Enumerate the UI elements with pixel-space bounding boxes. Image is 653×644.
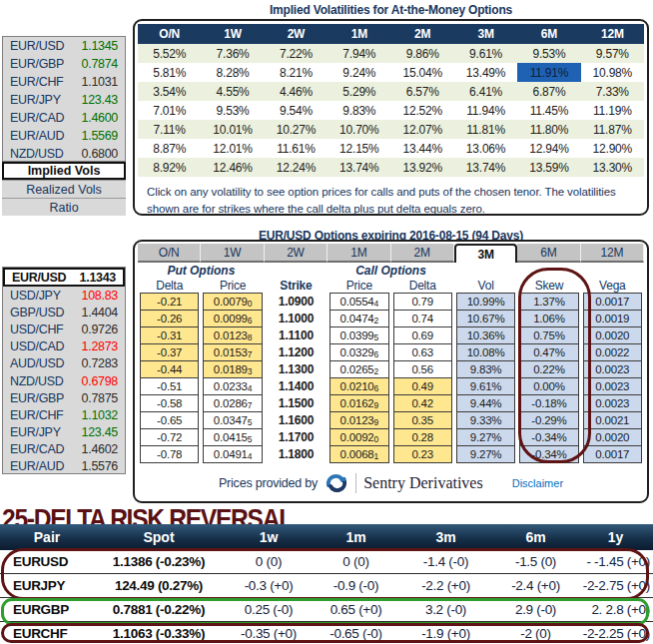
atm-vol-row-eur-usd: 5.52%7.36%7.22%7.94%9.86%9.61%9.53%9.57%: [138, 44, 644, 63]
sidebar-pair-eur-gbp[interactable]: EUR/GBP0.7874: [3, 55, 125, 73]
sidebar-pair-eur-usd[interactable]: EUR/USD1.1345: [3, 37, 125, 55]
option-row-strike-1-1700: -0.720.041551.17000.009200.289.27%-0.34%…: [135, 428, 647, 446]
atm-vol-cell[interactable]: 13.30%: [581, 158, 644, 177]
atm-vol-cell[interactable]: 11.80%: [517, 120, 580, 139]
atm-vol-cell[interactable]: 9.53%: [201, 101, 264, 120]
atm-vol-cell[interactable]: 4.46%: [265, 82, 327, 101]
atm-vol-cell[interactable]: 11.61%: [265, 139, 327, 158]
tenor-tab-12m[interactable]: 12M: [581, 244, 644, 263]
chain-pair-eur-aud[interactable]: EUR/AUD1.5576: [3, 458, 125, 475]
atm-vol-cell[interactable]: 5.81%: [138, 63, 201, 82]
atm-vol-cell[interactable]: 9.61%: [454, 44, 517, 63]
atm-vol-cell[interactable]: 10.98%: [581, 63, 644, 82]
tenor-tab-2w[interactable]: 2W: [265, 244, 327, 263]
chain-pair-eur-cad[interactable]: EUR/CAD1.4602: [3, 441, 125, 458]
tenor-tab-3m[interactable]: 3M: [454, 244, 517, 263]
atm-vol-cell[interactable]: 7.33%: [581, 82, 644, 101]
atm-vol-cell[interactable]: 12.46%: [201, 158, 264, 177]
sidebar-pair-eur-aud[interactable]: EUR/AUD1.5569: [3, 127, 125, 145]
chain-pair-usd-jpy[interactable]: USD/JPY108.83: [3, 287, 125, 304]
atm-vol-cell[interactable]: 11.19%: [581, 101, 644, 120]
atm-vol-cell[interactable]: 7.94%: [327, 44, 390, 63]
pair-rate: 123.45: [82, 425, 118, 439]
chain-pair-gbp-usd[interactable]: GBP/USD1.4404: [3, 304, 125, 321]
chain-pair-usd-cad[interactable]: USD/CAD1.2873: [3, 338, 125, 355]
rr-6m: -2.4 (+0): [493, 574, 578, 597]
atm-vol-cell[interactable]: 13.74%: [327, 158, 390, 177]
atm-vol-cell[interactable]: 8.92%: [138, 158, 201, 177]
atm-vol-cell[interactable]: 7.11%: [138, 120, 201, 139]
rr-spot: 0.7881 (-0.22%): [94, 598, 224, 621]
atm-vol-cell[interactable]: 7.01%: [138, 101, 201, 120]
atm-vol-cell[interactable]: 5.29%: [327, 82, 390, 101]
atm-vol-cell[interactable]: 8.87%: [138, 139, 201, 158]
vega-cell: 0.0020: [583, 428, 642, 446]
atm-vol-cell[interactable]: 9.24%: [327, 63, 390, 82]
tenor-tab-2m[interactable]: 2M: [391, 244, 454, 263]
chain-pair-eur-usd[interactable]: EUR/USD1.1343: [3, 268, 125, 287]
atm-vol-cell[interactable]: 13.44%: [391, 139, 454, 158]
atm-vol-cell[interactable]: 13.59%: [517, 158, 580, 177]
atm-vol-row-eur-gbp: 5.81%8.28%8.21%9.24%15.04%13.49%11.91%10…: [138, 63, 644, 82]
sidebar-pair-eur-jpy[interactable]: EUR/JPY123.43: [3, 91, 125, 109]
atm-vol-cell[interactable]: 12.07%: [391, 120, 454, 139]
chain-pair-eur-chf[interactable]: EUR/CHF1.1032: [3, 406, 125, 423]
atm-vol-cell[interactable]: 10.01%: [201, 120, 264, 139]
atm-vol-cell[interactable]: 12.52%: [391, 101, 454, 120]
atm-vol-cell[interactable]: 12.24%: [265, 158, 327, 177]
atm-vol-cell[interactable]: 8.21%: [265, 63, 327, 82]
atm-vol-cell[interactable]: 11.45%: [517, 101, 580, 120]
tenor-tab-1w[interactable]: 1W: [201, 244, 264, 263]
atm-vol-cell[interactable]: 15.04%: [391, 63, 454, 82]
chain-pair-eur-jpy[interactable]: EUR/JPY123.45: [3, 424, 125, 441]
put-price-cell: 0.01537: [203, 343, 262, 361]
atm-vol-cell[interactable]: 11.94%: [454, 101, 517, 120]
sidebar-pair-eur-cad[interactable]: EUR/CAD1.4600: [3, 109, 125, 127]
atm-vol-cell[interactable]: 7.22%: [265, 44, 327, 63]
sidebar-pair-nzd-usd[interactable]: NZD/USD0.6800: [3, 145, 125, 163]
column-header-vol-5: Vol: [456, 279, 515, 294]
vol-mode-tab-realized-vols[interactable]: Realized Vols: [2, 180, 126, 198]
atm-vol-cell[interactable]: 11.81%: [454, 120, 517, 139]
atm-vol-cell[interactable]: 6.41%: [454, 82, 517, 101]
atm-vol-cell[interactable]: 6.57%: [391, 82, 454, 101]
atm-vol-cell[interactable]: 13.49%: [454, 63, 517, 82]
atm-vol-cell[interactable]: 10.70%: [327, 120, 390, 139]
atm-vol-cell[interactable]: 12.94%: [517, 139, 580, 158]
atm-vol-cell[interactable]: 13.06%: [454, 139, 517, 158]
atm-vol-cell[interactable]: 9.86%: [391, 44, 454, 63]
atm-vol-cell[interactable]: 9.54%: [265, 101, 327, 120]
atm-vol-cell[interactable]: 9.53%: [517, 44, 580, 63]
vol-mode-tab-implied-vols[interactable]: Implied Vols: [2, 162, 126, 180]
price-subscript-digit: 8: [248, 332, 253, 343]
atm-vol-cell[interactable]: 13.92%: [391, 158, 454, 177]
atm-vol-cell[interactable]: 6.87%: [517, 82, 580, 101]
atm-vol-cell[interactable]: 7.36%: [201, 44, 264, 63]
atm-vol-cell[interactable]: 11.87%: [581, 120, 644, 139]
atm-vol-cell[interactable]: 4.55%: [201, 82, 264, 101]
chain-pair-aud-usd[interactable]: AUD/USD0.7283: [3, 355, 125, 372]
tenor-tab-o-n[interactable]: O/N: [138, 244, 201, 263]
chain-pair-nzd-usd[interactable]: NZD/USD0.6798: [3, 372, 125, 389]
tenor-tab-6m[interactable]: 6M: [517, 244, 580, 263]
disclaimer-link[interactable]: Disclaimer: [512, 477, 563, 489]
atm-vol-cell[interactable]: 13.74%: [454, 158, 517, 177]
chain-pair-eur-gbp[interactable]: EUR/GBP0.7875: [3, 389, 125, 406]
atm-vol-cell[interactable]: 11.91%: [517, 63, 580, 82]
sidebar-pair-eur-chf[interactable]: EUR/CHF1.1031: [3, 73, 125, 91]
atm-vol-cell[interactable]: 12.01%: [201, 139, 264, 158]
rr-header-3m: 3m: [398, 524, 493, 550]
tenor-tab-1m[interactable]: 1M: [327, 244, 390, 263]
atm-vol-cell[interactable]: 9.83%: [327, 101, 390, 120]
atm-vol-cell[interactable]: 5.52%: [138, 44, 201, 63]
atm-vol-cell[interactable]: 8.28%: [201, 63, 264, 82]
atm-vol-cell[interactable]: 9.57%: [581, 44, 644, 63]
chain-pair-usd-chf[interactable]: USD/CHF0.9726: [3, 321, 125, 337]
vol-mode-tab-ratio[interactable]: Ratio: [2, 198, 126, 216]
atm-vol-cell[interactable]: 12.15%: [327, 139, 390, 158]
rr-pair: EURUSD: [0, 550, 94, 573]
atm-vol-cell[interactable]: 12.90%: [581, 139, 644, 158]
atm-vol-cell[interactable]: 3.54%: [138, 82, 201, 101]
sentry-swirl-logo-icon: [325, 472, 348, 494]
atm-vol-cell[interactable]: 10.27%: [265, 120, 327, 139]
